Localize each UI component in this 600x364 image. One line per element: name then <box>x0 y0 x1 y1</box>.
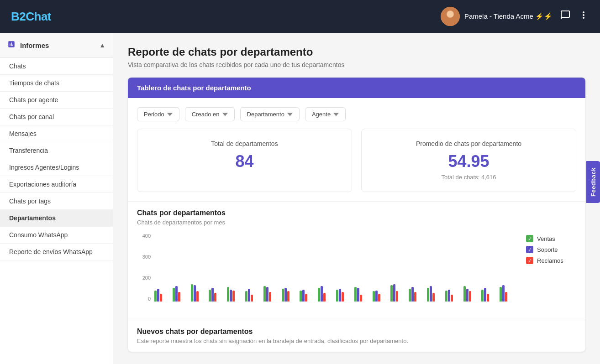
stats-row: Total de departamentos 84 Promedio de ch… <box>128 129 585 201</box>
bar-reclamos <box>342 292 344 302</box>
filter-agente[interactable]: Agente <box>305 107 346 121</box>
dashboard-card: Tablero de chats por departamento Period… <box>128 78 585 352</box>
bar-group <box>390 284 408 302</box>
bar-group <box>245 289 263 302</box>
bar-reclamos <box>269 292 271 302</box>
bar-soporte <box>266 287 268 302</box>
main-content: Reporte de chats por departamento Vista … <box>113 33 600 364</box>
page-title: Reporte de chats por departamento <box>128 46 585 58</box>
sidebar-item-tiempos-de-chats[interactable]: Tiempos de chats <box>0 75 113 92</box>
bar-group <box>481 288 499 302</box>
legend-label: Reclamos <box>537 257 563 264</box>
y-label-200: 200 <box>137 275 151 281</box>
user-info: Pamela - Tienda Acme ⚡⚡ <box>441 7 553 26</box>
feedback-button[interactable]: Feedback <box>586 161 600 203</box>
bar-ventas <box>245 291 247 302</box>
sidebar-item-chats[interactable]: Chats <box>0 58 113 75</box>
bar-reclamos <box>432 293 435 302</box>
bar-ventas <box>500 287 502 302</box>
more-options-icon[interactable] <box>578 10 589 23</box>
logo-text: B2Chat <box>11 10 51 23</box>
chevron-up-icon: ▲ <box>99 42 105 49</box>
sidebar-item-reporte-de-envíos-whatsapp[interactable]: Reporte de envíos WhatsApp <box>0 244 113 260</box>
sidebar-item-mensajes[interactable]: Mensajes <box>0 125 113 142</box>
legend-checkbox-reclamos[interactable]: ✓ <box>526 257 533 264</box>
username: Pamela - Tienda Acme ⚡⚡ <box>464 12 553 21</box>
bar-ventas <box>463 286 466 302</box>
bar-group <box>336 289 353 302</box>
bar-ventas <box>481 290 484 302</box>
filters-row: Periodo Creado en Departamento Agente <box>128 98 585 129</box>
bar-group <box>445 290 463 302</box>
bar-soporte <box>175 286 178 302</box>
chart-section: Chats por departamentos Chats de departa… <box>128 201 585 320</box>
bar-reclamos <box>196 291 199 302</box>
messages-icon[interactable] <box>560 10 571 23</box>
legend-item-ventas: ✓ Ventas <box>526 235 576 242</box>
svg-point-3 <box>447 11 453 17</box>
bar-group <box>300 290 317 302</box>
bar-soporte <box>357 288 359 302</box>
bar-group <box>373 291 390 302</box>
bar-group <box>318 286 335 302</box>
bar-soporte <box>248 289 250 302</box>
bar-reclamos <box>378 294 380 302</box>
filter-periodo[interactable]: Periodo <box>137 107 179 121</box>
bar-ventas <box>209 290 211 302</box>
chart-title: Chats por departamentos <box>137 209 576 217</box>
bar-group <box>263 286 281 302</box>
sidebar-item-chats-por-tags[interactable]: Chats por tags <box>0 193 113 210</box>
avg-chats-card: Promedio de chats por departamento 54.95… <box>361 129 576 192</box>
bar-reclamos <box>487 294 489 302</box>
filter-departamento[interactable]: Departamento <box>240 107 300 121</box>
bar-group <box>427 286 444 302</box>
bar-ventas <box>354 287 357 302</box>
sidebar-item-departamentos[interactable]: Departamentos <box>0 210 113 227</box>
bar-reclamos <box>178 292 180 302</box>
bar-reclamos <box>396 291 398 302</box>
sidebar-section-label: Informes <box>20 42 49 49</box>
sidebar-item-consumo-whatsapp[interactable]: Consumo WhatsApp <box>0 227 113 244</box>
sidebar-item-transferencia[interactable]: Transferencia <box>0 142 113 159</box>
chart-area: 400 300 200 0 <box>137 233 517 311</box>
sidebar-item-chats-por-canal[interactable]: Chats por canal <box>0 109 113 125</box>
bar-group <box>191 284 208 302</box>
bar-group <box>463 286 481 302</box>
bar-soporte <box>194 285 196 302</box>
sidebar: Informes ▲ ChatsTiempos de chatsChats po… <box>0 33 113 364</box>
bars-wrapper <box>154 233 517 302</box>
bar-ventas <box>390 285 393 302</box>
sidebar-section-header[interactable]: Informes ▲ <box>0 33 113 58</box>
next-section: Nuevos chats por departamentos Este repo… <box>128 320 585 352</box>
check-icon: ✓ <box>528 236 532 242</box>
sidebar-item-exportaciones-auditoría[interactable]: Exportaciones auditoría <box>0 176 113 193</box>
bar-ventas <box>318 288 320 302</box>
sidebar-item-chats-por-agente[interactable]: Chats por agente <box>0 92 113 109</box>
legend-label: Soporte <box>537 246 558 253</box>
avg-value: 54.95 <box>373 152 565 171</box>
bar-reclamos <box>305 294 307 302</box>
legend-checkbox-soporte[interactable]: ✓ <box>526 246 533 253</box>
next-section-title: Nuevos chats por departamentos <box>137 328 576 336</box>
legend-item-reclamos: ✓ Reclamos <box>526 257 576 264</box>
y-axis: 400 300 200 0 <box>137 233 151 302</box>
bar-reclamos <box>214 293 216 302</box>
sidebar-item-ingresos-agentes/logins[interactable]: Ingresos Agentes/Logins <box>0 159 113 176</box>
bar-reclamos <box>414 292 416 302</box>
bar-soporte <box>321 286 323 302</box>
bar-soporte <box>411 287 414 302</box>
avatar <box>441 7 460 26</box>
filter-creado-en[interactable]: Creado en <box>185 107 235 121</box>
bar-ventas <box>173 288 175 302</box>
bar-group <box>354 287 372 302</box>
bar-group <box>282 288 299 302</box>
chart-container: 400 300 200 0 ✓ Ventas ✓ Soporte ✓ Recla… <box>137 233 576 311</box>
bar-soporte <box>375 291 378 302</box>
legend-checkbox-ventas[interactable]: ✓ <box>526 235 533 242</box>
reports-icon <box>7 40 16 50</box>
bar-ventas <box>336 290 338 302</box>
bar-soporte <box>484 288 486 302</box>
bar-soporte <box>211 288 214 302</box>
bar-ventas <box>282 289 284 302</box>
bar-group <box>154 289 172 302</box>
